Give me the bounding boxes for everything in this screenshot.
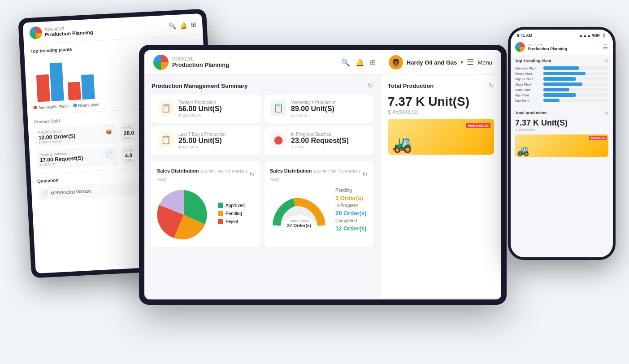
total-production-section: 7.37 K Unit(S) $ 456488.82 WAREHOUSE 🚜: [388, 95, 494, 155]
status-bar: 9:41 AM ▲▲▲ WiFi 🔋: [511, 30, 613, 39]
refresh-icon-sales2[interactable]: ↻: [362, 171, 368, 178]
plant-row-1: Rivers Plant: [515, 72, 608, 75]
logo-circle: [153, 55, 169, 70]
phone-trending-title: Top Trending Plant: [515, 59, 551, 64]
refresh-icon-total[interactable]: ↻: [489, 82, 494, 89]
pending-batches-card: Pending Batches 17.00 Request(S) $ 43069…: [36, 146, 118, 169]
phone-refresh-icon[interactable]: ↻: [605, 59, 608, 64]
plant-row-3: Abuja Plant: [515, 82, 608, 86]
pending-order-card: Pending Order 12.00 Order(S) $ 163.83 Un…: [35, 124, 117, 147]
main-logo: ROCKEYE Production Planning: [153, 55, 229, 70]
inprogress-batches-card: ⬤ In Progress Batches 23.00 Request(S) $…: [264, 126, 373, 155]
grid-icon[interactable]: ⊞: [191, 21, 196, 29]
today-prod-card: 📋 Today's Production 56.00 Unit(S) $ 129…: [152, 95, 260, 123]
chevron-down-icon[interactable]: ▾: [460, 59, 463, 65]
tablet-main: ROCKEYE Production Planning 🔍 🔔 ⊞ 👨🏾 Har…: [139, 45, 507, 305]
refresh-icon-sales1[interactable]: ↻: [249, 171, 255, 178]
logo-icon: [29, 26, 42, 39]
bell-icon[interactable]: 🔔: [356, 58, 364, 67]
grid-icon[interactable]: ⊞: [370, 58, 376, 67]
plant-row-6: Nick Plant: [515, 99, 608, 102]
doc-icon: 📄: [41, 190, 48, 197]
app-title-bg: ROCKEYE Production Planning: [44, 25, 93, 38]
user-name: Hardy Oil and Gas: [407, 59, 457, 66]
main-header: ROCKEYE Production Planning 🔍 🔔 ⊞ 👨🏾 Har…: [144, 50, 501, 75]
plant-row-4: Solar Plant: [515, 88, 608, 91]
plant-bars: Adenkule Plant Rivers Plant Nigeria Plan…: [515, 66, 608, 102]
svg-text:Total Orders: Total Orders: [289, 219, 309, 223]
phone-menu-icon[interactable]: ☰: [603, 43, 608, 51]
phone-refresh-total[interactable]: ↻: [605, 111, 608, 116]
total-sub: $ 456488.82: [388, 109, 494, 115]
bell-icon[interactable]: 🔔: [179, 22, 187, 29]
warehouse-image: WAREHOUSE 🚜: [388, 119, 494, 155]
svg-text:37 Order(s): 37 Order(s): [287, 223, 311, 228]
phone-total-section: 7.37 K Unit(S) $ 456488.82 WAREHOUSE 🚜: [515, 118, 608, 157]
today-icon: 📋: [158, 100, 174, 116]
last7-icon: 📋: [158, 132, 174, 148]
gauge-stats: Pending 3 Order(s) In Progress 28 Order(…: [335, 188, 366, 232]
sales-dist-card-1: Sales Distribution (Current Year Vs Prev…: [152, 161, 260, 247]
last7-prod-card: 📋 Last 7 Day's Production 25.00 Unit(S) …: [152, 126, 260, 155]
phone-header: ROCKEYE Production Planning ☰: [511, 39, 613, 55]
plant-row-2: Nigeria Plant: [515, 77, 608, 81]
inprogress-icon: ⬤: [270, 132, 286, 148]
menu-label[interactable]: Menu: [477, 59, 492, 66]
plant-row-0: Adenkule Plant: [515, 66, 608, 70]
time-display: 9:41 AM: [517, 33, 532, 38]
search-icon[interactable]: 🔍: [341, 58, 350, 67]
total-prod-title: Total Production: [388, 82, 434, 89]
refresh-icon[interactable]: ↻: [368, 82, 373, 89]
plant-row-5: Ago Plant: [515, 93, 608, 97]
avatar: 👨🏾: [389, 55, 403, 69]
pie-chart: [157, 188, 211, 242]
sales-dist-card-2: Sales Distribution (Current Year Vs Prev…: [265, 161, 373, 247]
production-cards: 📋 Today's Production 56.00 Unit(S) $ 129…: [152, 95, 373, 155]
yesterday-prod-card: 📋 Yesterday's Production 89.00 Unit(S) $…: [264, 95, 373, 123]
prod-summary-title: Production Management Summary: [152, 82, 248, 89]
phone-app-title: ROCKEYE Production Planning: [528, 43, 567, 51]
phone-total-value: 7.37 K Unit(S): [515, 118, 608, 128]
phone-warehouse-image: WAREHOUSE 🚜: [515, 134, 608, 157]
hamburger-icon[interactable]: ☰: [467, 57, 474, 67]
phone: 9:41 AM ▲▲▲ WiFi 🔋 ROCKEYE Production Pl…: [508, 27, 616, 260]
pie-legend: Approved Pending Reject: [218, 203, 245, 227]
signal-icons: ▲▲▲ WiFi 🔋: [579, 33, 607, 38]
search-icon[interactable]: 🔍: [168, 22, 176, 30]
phone-total-sub: $ 456488.82: [515, 128, 608, 132]
yesterday-icon: 📋: [270, 100, 286, 116]
main-app-title: ROCKEYE Production Planning: [172, 56, 229, 68]
total-value: 7.37 K Unit(S): [388, 95, 494, 109]
phone-logo: [515, 42, 525, 52]
phone-total-title: Total production: [515, 111, 547, 116]
donut-chart: Total Orders 37 Order(s): [270, 190, 328, 230]
